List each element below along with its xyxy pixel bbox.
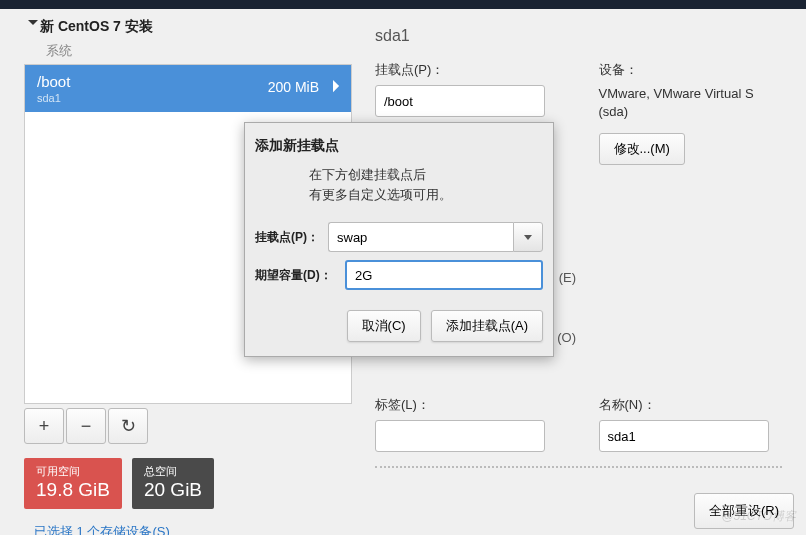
total-label: 总空间 bbox=[144, 464, 202, 479]
name-field-label: 名称(N)： bbox=[599, 396, 783, 414]
dialog-mount-dropdown[interactable] bbox=[513, 222, 543, 252]
modify-button[interactable]: 修改...(M) bbox=[599, 133, 685, 165]
device-label: 设备： bbox=[599, 61, 783, 79]
mountpoint-input[interactable] bbox=[375, 85, 545, 117]
avail-value: 19.8 GiB bbox=[36, 479, 110, 501]
device-text: VMware, VMware Virtual S (sda) bbox=[599, 85, 783, 121]
reformat-suffix: (O) bbox=[557, 330, 576, 345]
dialog-message: 在下方创建挂载点后 有更多自定义选项可用。 bbox=[245, 163, 553, 218]
available-space-box: 可用空间 19.8 GiB bbox=[24, 458, 122, 509]
mountpoint-label: 挂载点(P)： bbox=[375, 61, 559, 79]
caret-down-icon bbox=[28, 20, 38, 25]
tree-header-text: 新 CentOS 7 安装 bbox=[40, 18, 153, 34]
watermark: @51CTO博客 bbox=[721, 508, 796, 525]
remove-partition-button[interactable]: − bbox=[66, 408, 106, 444]
add-partition-button[interactable]: + bbox=[24, 408, 64, 444]
install-tree-header[interactable]: 新 CentOS 7 安装 bbox=[0, 9, 353, 42]
chevron-right-icon bbox=[332, 79, 341, 97]
add-mountpoint-dialog: 添加新挂载点 在下方创建挂载点后 有更多自定义选项可用。 挂载点(P)： 期望容… bbox=[244, 122, 554, 357]
dialog-mount-input[interactable] bbox=[328, 222, 513, 252]
dialog-capacity-input[interactable] bbox=[345, 260, 543, 290]
cancel-button[interactable]: 取消(C) bbox=[347, 310, 421, 342]
divider bbox=[375, 466, 782, 468]
encrypt-suffix: (E) bbox=[559, 270, 576, 285]
add-mountpoint-button[interactable]: 添加挂载点(A) bbox=[431, 310, 543, 342]
name-input[interactable] bbox=[599, 420, 769, 452]
reload-button[interactable]: ↻ bbox=[108, 408, 148, 444]
dialog-mount-label: 挂载点(P)： bbox=[255, 229, 328, 246]
dialog-title: 添加新挂载点 bbox=[245, 123, 553, 163]
page-title: sda1 bbox=[375, 27, 782, 45]
label-input[interactable] bbox=[375, 420, 545, 452]
dialog-capacity-label: 期望容量(D)： bbox=[255, 267, 345, 284]
partition-row-boot[interactable]: /boot sda1 200 MiB bbox=[25, 65, 351, 112]
total-space-box: 总空间 20 GiB bbox=[132, 458, 214, 509]
label-field-label: 标签(L)： bbox=[375, 396, 559, 414]
total-value: 20 GiB bbox=[144, 479, 202, 501]
chevron-down-icon bbox=[524, 235, 532, 240]
avail-label: 可用空间 bbox=[36, 464, 110, 479]
partition-size: 200 MiB bbox=[268, 79, 319, 95]
tree-category: 系统 bbox=[0, 42, 353, 64]
storage-devices-link[interactable]: 已选择 1 个存储设备(S) bbox=[34, 523, 353, 535]
